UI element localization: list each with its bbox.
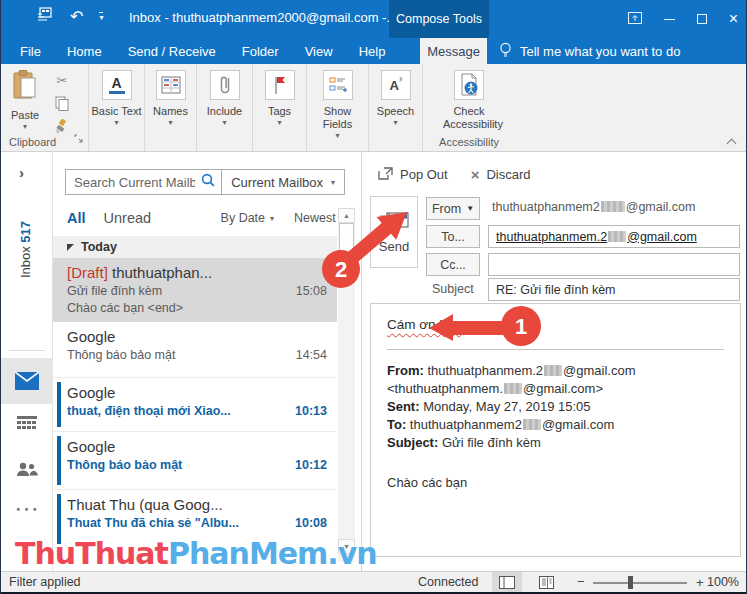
reading-view-icon [539, 576, 554, 589]
include-button[interactable]: Include ▾ [197, 64, 252, 127]
names-button[interactable]: Names ▾ [145, 64, 196, 127]
paste-label: Paste [11, 109, 39, 122]
cc-field[interactable] [488, 253, 740, 276]
ribbon-tab-bar: File Home Send / Receive Folder View Hel… [1, 38, 747, 64]
show-fields-icon [323, 70, 353, 100]
send-receive-status-icon[interactable] [37, 7, 54, 26]
zoom-out-button[interactable]: − [577, 574, 585, 589]
normal-view-button[interactable] [492, 572, 522, 592]
paste-button[interactable]: Paste ▾ [11, 70, 39, 131]
tab-message-active[interactable]: Message [420, 38, 487, 64]
speech-button[interactable]: A⁾⁾ Speech ▾ [369, 64, 422, 127]
copy-icon[interactable] [53, 95, 71, 112]
mail-item-draft-selected[interactable]: [Draft] thuthuatphan... Gửi file đính kè… [53, 258, 337, 322]
search-icon[interactable] [195, 173, 221, 191]
zoom-in-button[interactable]: + [696, 575, 704, 590]
collapse-ribbon-icon[interactable] [728, 137, 736, 145]
message-body-editor[interactable]: Cám ơn bạn From: thuthuatphanmem.2@gmail… [370, 303, 741, 557]
cc-button[interactable]: Cc... [426, 253, 480, 276]
mailbox-scope-dropdown[interactable]: Current Mailbox ▾ [221, 170, 344, 194]
scroll-up-icon[interactable]: ▲ [338, 208, 355, 223]
window-title: Inbox - thuthuatphanmem2000@gmail.com -.… [129, 10, 397, 25]
pop-out-button[interactable]: Pop Out [400, 167, 448, 182]
from-caret-icon: ▼ [466, 204, 474, 213]
ribbon-group-tags: Tags ▾ [253, 64, 307, 151]
search-input[interactable] [66, 175, 195, 190]
ribbon-display-options-icon[interactable] [628, 10, 642, 28]
mailbox-scope-label: Current Mailbox [231, 175, 323, 190]
connected-status: Connected [418, 575, 478, 589]
cut-icon[interactable]: ✂ [53, 72, 71, 89]
mail-item[interactable]: Google Thông báo bảo mật14:54 [53, 322, 337, 378]
expand-folder-pane-icon[interactable]: › [19, 164, 24, 181]
check-accessibility-button[interactable]: Check Accessibility [423, 64, 515, 131]
sort-by-date-dropdown[interactable]: By Date ▾ [221, 211, 274, 225]
from-value: thuthuatphanmem2@gmail.com [492, 200, 695, 214]
send-envelope-icon [379, 211, 409, 233]
tab-home[interactable]: Home [54, 38, 115, 64]
filter-all[interactable]: All [67, 210, 86, 226]
ribbon-group-include: Include ▾ [197, 64, 253, 151]
rail-divider [9, 350, 45, 351]
mail-subject: Thông báo bảo mật [67, 457, 289, 474]
ribbon-tabs: File Home Send / Receive Folder View Hel… [7, 38, 398, 64]
nav-more-ellipsis-icon[interactable]: • • • [1, 504, 53, 515]
search-bar: Current Mailbox ▾ [65, 169, 345, 195]
tab-help[interactable]: Help [346, 38, 399, 64]
sort-by-label: By Date [221, 211, 265, 225]
maximize-button[interactable] [697, 14, 707, 24]
tags-caret-icon: ▾ [277, 118, 281, 127]
show-fields-button[interactable]: Show Fields ▾ [307, 64, 368, 140]
zoom-level[interactable]: 100% [707, 575, 739, 589]
undo-icon[interactable]: ↶ [70, 9, 83, 25]
minimize-button[interactable] [664, 19, 675, 20]
send-button[interactable]: Send [370, 196, 418, 268]
filter-unread[interactable]: Unread [104, 210, 152, 226]
to-button[interactable]: To... [426, 225, 480, 248]
lightbulb-icon [499, 42, 512, 61]
customize-quick-access-icon[interactable]: ▾ [99, 12, 103, 22]
flag-icon [265, 70, 295, 100]
tags-button[interactable]: Tags ▾ [253, 64, 306, 127]
nav-calendar[interactable] [1, 416, 53, 432]
group-header-today[interactable]: Today [53, 236, 337, 258]
address-book-icon [156, 70, 186, 100]
check-accessibility-icon [454, 70, 484, 100]
inbox-vertical-label[interactable]: Inbox 517 [18, 190, 33, 310]
normal-view-icon [499, 576, 515, 589]
mail-item-unread[interactable]: Google thuat, điện thoại mới Xiao...10:1… [53, 378, 337, 432]
mail-item-unread[interactable]: Google Thông báo bảo mật10:12 [53, 432, 337, 490]
redaction-blur [544, 365, 562, 376]
to-field[interactable]: thuthuatphanmem.2@gmail.com [488, 225, 740, 248]
scrollbar-thumb[interactable] [339, 223, 354, 259]
sort-order-label: Newest [294, 211, 336, 225]
mail-subject: Thuat Thu đã chia sẻ "Albu... [67, 515, 289, 532]
redaction-blur [504, 383, 522, 394]
tab-view[interactable]: View [292, 38, 346, 64]
quoted-to-line: To: thuthuatphanmem2@gmail.com [387, 416, 724, 434]
tab-file[interactable]: File [7, 38, 54, 64]
mail-time: 10:12 [295, 457, 327, 474]
subject-field[interactable]: RE: Gửi file đính kèm [488, 278, 740, 301]
zoom-slider-track[interactable] [593, 582, 687, 584]
clipboard-dialog-launcher-icon[interactable] [74, 129, 83, 147]
accessibility-group-label: Accessibility [423, 136, 515, 148]
nav-mail-active[interactable] [1, 358, 53, 404]
format-painter-icon[interactable] [53, 118, 71, 135]
tab-send-receive[interactable]: Send / Receive [115, 38, 229, 64]
mail-list-scrollbar[interactable]: ▲ ▼ [338, 208, 355, 562]
zoom-slider-handle[interactable] [628, 576, 633, 589]
paperclip-icon [210, 70, 240, 100]
basic-text-button[interactable]: A Basic Text ▾ [89, 64, 144, 127]
nav-people[interactable] [1, 462, 53, 478]
close-button[interactable]: × [729, 11, 738, 27]
tell-me-box[interactable]: Tell me what you want to do [499, 38, 680, 64]
status-bar: Filter applied Connected − + 100% [1, 571, 747, 592]
mail-sender: thuthuatphan... [112, 264, 212, 281]
reading-view-button[interactable] [532, 572, 560, 592]
paste-caret-icon: ▾ [23, 122, 27, 131]
sort-caret-icon: ▾ [270, 214, 274, 223]
tab-folder[interactable]: Folder [229, 38, 292, 64]
from-button[interactable]: From ▼ [426, 197, 480, 220]
discard-button[interactable]: Discard [486, 167, 530, 182]
